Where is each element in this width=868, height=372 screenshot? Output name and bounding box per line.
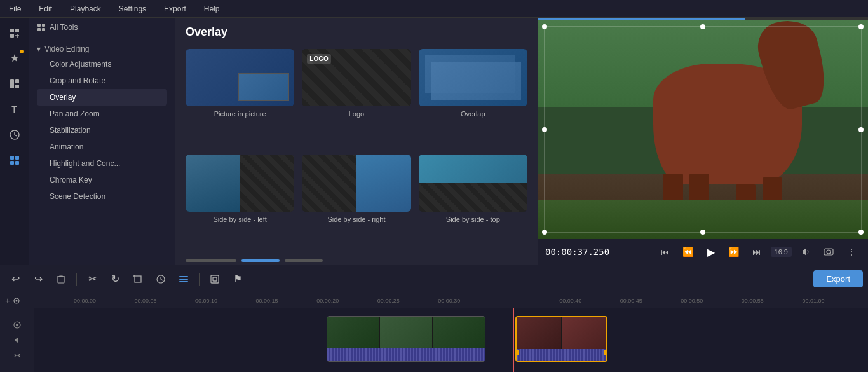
ruler-mark-45: 00:00:45 (620, 298, 681, 304)
track-eye-icon[interactable] (13, 297, 20, 305)
skip-fwd-button[interactable]: ⏭ (748, 243, 766, 261)
overlay-grid: Picture in picture Logo Overlap (175, 44, 538, 257)
crop-tool-button[interactable] (128, 269, 148, 289)
handle-left-mid[interactable] (542, 127, 547, 132)
timeline-ruler: + 00:00:00 00:00:05 00:00:10 00:00:15 00… (0, 293, 868, 308)
ruler-mark-60: 00:01:00 (802, 298, 863, 304)
icon-bar: T (0, 18, 29, 265)
play-button[interactable]: ▶ (702, 243, 720, 261)
volume-button[interactable] (797, 243, 815, 261)
sidebar-item-chroma-key[interactable]: Chroma Key (37, 172, 167, 188)
svg-rect-1 (15, 29, 19, 32)
playhead-line (513, 308, 514, 372)
add-media-button[interactable] (3, 22, 26, 45)
pin-dot (20, 50, 24, 53)
track-eye-button[interactable] (11, 319, 24, 331)
ruler-mark-30: 00:00:30 (438, 298, 499, 304)
all-tools-item[interactable]: All Tools (29, 18, 175, 37)
export-button[interactable]: Export (813, 270, 863, 287)
all-tools-label: All Tools (50, 23, 78, 32)
preview-video (538, 20, 868, 239)
sidebar-item-crop-and-rotate[interactable]: Crop and Rotate (37, 72, 167, 89)
sidebar-item-color-adjustments[interactable]: Color Adjustments (37, 56, 167, 72)
overlay-title: Overlay (175, 18, 538, 44)
overlay-item-sbs-top[interactable]: Side by side - top (419, 155, 527, 252)
logo-thumbnail (302, 49, 410, 106)
logo-label: Logo (349, 110, 364, 118)
svg-rect-3 (10, 79, 14, 88)
svg-point-16 (827, 250, 831, 254)
undo-button[interactable]: ↩ (5, 269, 25, 289)
clip-start-handle[interactable] (515, 350, 519, 355)
svg-rect-25 (179, 281, 188, 282)
menu-file[interactable]: File (5, 3, 25, 15)
content-panel: Overlay Picture in picture Logo (175, 18, 538, 265)
svg-rect-4 (15, 79, 19, 83)
svg-rect-10 (15, 161, 19, 165)
handle-right-mid[interactable] (858, 127, 864, 132)
overlay-item-sbs-right[interactable]: Side by side - right (302, 155, 410, 252)
svg-rect-0 (10, 29, 14, 32)
layout-button[interactable] (3, 72, 26, 95)
flag-button[interactable]: ⚑ (227, 269, 248, 289)
layout2-button[interactable] (205, 269, 225, 289)
sidebar-item-overlay[interactable]: Overlay (37, 89, 167, 106)
overlay-item-overlap[interactable]: Overlap (419, 49, 527, 147)
svg-rect-19 (135, 276, 141, 282)
menu-edit[interactable]: Edit (35, 3, 56, 15)
svg-rect-11 (37, 24, 41, 27)
svg-rect-2 (10, 34, 14, 38)
sbs-top-label: Side by side - top (446, 216, 500, 223)
overlay-item-sbs-left[interactable]: Side by side - left (186, 155, 294, 252)
svg-rect-8 (15, 156, 19, 160)
sidebar-item-highlight[interactable]: Highlight and Conc... (37, 155, 167, 172)
skip-back-button[interactable]: ⏮ (656, 243, 674, 261)
apps-button[interactable] (3, 149, 26, 172)
ruler-mark-10: 00:00:10 (195, 298, 256, 304)
svg-rect-17 (58, 277, 64, 283)
history-button[interactable] (3, 123, 26, 146)
cut-button[interactable]: ✂ (82, 269, 102, 289)
menu-settings[interactable]: Settings (115, 3, 150, 15)
timeline-track-area (0, 308, 868, 372)
overlay-item-logo[interactable]: Logo (302, 49, 410, 147)
scroll-indicators (175, 257, 538, 265)
toolbar-separator-1 (76, 273, 77, 286)
svg-rect-13 (37, 28, 41, 31)
more-options-button[interactable]: ⋮ (843, 243, 860, 261)
track-link-button[interactable] (11, 349, 24, 362)
align-button[interactable] (173, 269, 194, 289)
menu-help[interactable]: Help (200, 3, 224, 15)
next-frame-button[interactable]: ⏩ (725, 243, 743, 261)
track-lane[interactable] (34, 308, 868, 372)
delete-button[interactable] (51, 269, 71, 289)
text-button[interactable]: T (3, 98, 26, 121)
video-clip-2[interactable] (515, 316, 607, 362)
svg-rect-26 (211, 275, 219, 283)
preview-controls: 00:00:37.250 ⏮ ⏪ ▶ ⏩ ⏭ 16:9 ⋮ (538, 239, 868, 265)
sidebar-item-stabilization[interactable]: Stabilization (37, 122, 167, 139)
track-speaker-button[interactable] (11, 334, 24, 347)
ruler-mark-5: 00:00:05 (135, 298, 196, 304)
screenshot-button[interactable] (820, 243, 837, 261)
sidebar-item-scene-detection[interactable]: Scene Detection (37, 188, 167, 205)
video-clip-1[interactable] (327, 316, 485, 362)
menu-playback[interactable]: Playback (66, 3, 105, 15)
svg-rect-12 (42, 24, 45, 27)
ruler-mark-40: 00:00:40 (559, 298, 620, 304)
sidebar-item-animation[interactable]: Animation (37, 139, 167, 155)
pin-button[interactable] (3, 47, 26, 70)
overlay-item-pip[interactable]: Picture in picture (186, 49, 294, 147)
aspect-ratio-badge[interactable]: 16:9 (771, 247, 792, 257)
sbs-left-thumbnail (186, 155, 294, 212)
speed-button[interactable] (151, 269, 171, 289)
prev-frame-button[interactable]: ⏪ (679, 243, 697, 261)
scroll-indicator-2 (241, 259, 280, 262)
restore-button[interactable]: ↻ (105, 269, 125, 289)
sidebar-item-pan-and-zoom[interactable]: Pan and Zoom (37, 106, 167, 122)
clip-end-handle[interactable] (604, 350, 607, 355)
ruler-mark-25: 00:00:25 (377, 298, 438, 304)
menu-export[interactable]: Export (160, 3, 190, 15)
redo-button[interactable]: ↪ (28, 269, 48, 289)
add-track-icon[interactable]: + (5, 296, 10, 306)
